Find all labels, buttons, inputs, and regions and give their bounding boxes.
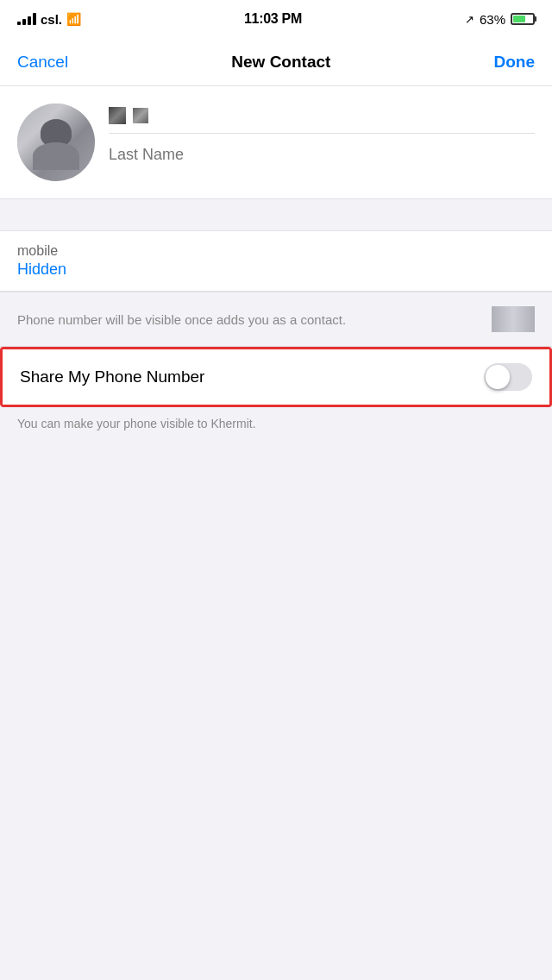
avatar[interactable] [17, 104, 95, 181]
contact-header [0, 86, 552, 199]
signal-bar-4 [33, 13, 36, 25]
battery-percent: 63% [480, 12, 505, 27]
phone-section: mobile Hidden [0, 230, 552, 292]
location-icon: ↗ [465, 13, 474, 26]
info-image [492, 306, 535, 332]
name-fields [109, 104, 535, 167]
carrier-label: csl. [41, 12, 62, 27]
signal-bar-1 [17, 22, 21, 25]
page-title: New Contact [231, 53, 330, 72]
nav-bar: Cancel New Contact Done [0, 38, 552, 86]
share-row: Share My Phone Number [3, 349, 549, 405]
signal-bar-2 [22, 19, 26, 25]
footer-text: You can make your phone visible to Kherm… [17, 416, 535, 433]
share-label: Share My Phone Number [20, 368, 204, 386]
info-text: Phone number will be visible once adds y… [17, 311, 492, 329]
first-name-icon-2 [133, 108, 148, 123]
share-row-wrapper: Share My Phone Number [0, 347, 552, 407]
footer-section: You can make your phone visible to Kherm… [0, 407, 552, 459]
share-phone-toggle[interactable] [484, 363, 532, 391]
signal-bar-3 [28, 16, 31, 25]
wifi-icon: 📶 [66, 12, 81, 26]
first-name-icon [109, 107, 126, 124]
status-bar: csl. 📶 11:03 PM ↗ 63% [0, 0, 552, 38]
status-right: ↗ 63% [465, 12, 535, 27]
empty-background [0, 459, 552, 718]
cancel-button[interactable]: Cancel [17, 53, 68, 72]
info-box: Phone number will be visible once adds y… [0, 292, 552, 347]
done-button[interactable]: Done [493, 53, 535, 72]
last-name-input[interactable] [109, 142, 535, 167]
avatar-image [17, 104, 95, 181]
signal-bars-icon [17, 13, 36, 25]
first-name-row [109, 107, 535, 134]
toggle-knob [486, 365, 510, 389]
battery-icon [511, 13, 535, 25]
phone-label: mobile [17, 243, 535, 259]
status-left: csl. 📶 [17, 12, 81, 27]
section-separator [0, 199, 552, 230]
status-time: 11:03 PM [244, 11, 302, 27]
phone-row: mobile Hidden [0, 231, 552, 292]
phone-value: Hidden [17, 261, 535, 279]
